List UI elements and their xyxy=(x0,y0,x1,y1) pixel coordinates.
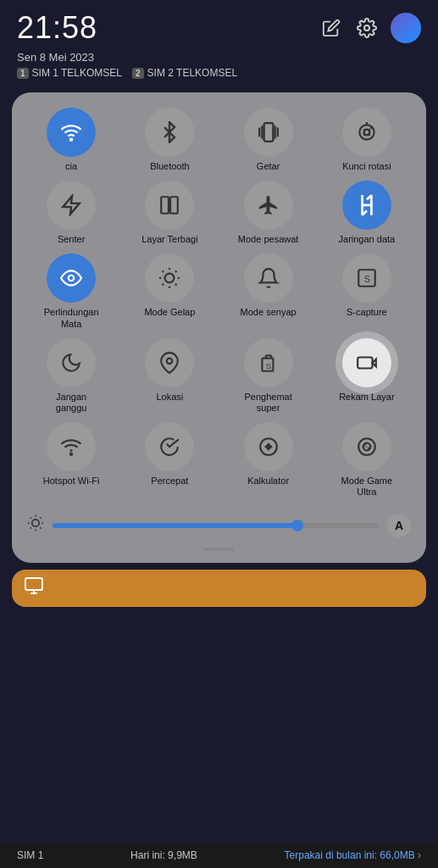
qs-item-flashlight: Senter xyxy=(25,181,117,245)
qs-item-calculator: Kalkulator xyxy=(223,422,314,498)
edit-icon[interactable] xyxy=(319,16,343,40)
qs-item-split: Layar Terbagi xyxy=(124,181,215,245)
qs-item-speed: Percepat xyxy=(124,422,215,498)
airplane-button[interactable] xyxy=(244,181,293,230)
silent-button[interactable] xyxy=(244,253,293,303)
darkmode-button[interactable] xyxy=(145,253,194,303)
svg-point-0 xyxy=(364,25,369,31)
svg-line-23 xyxy=(175,271,177,273)
qs-item-hotspot: Hotspot Wi-Fi xyxy=(25,422,117,498)
brightness-thumb xyxy=(291,520,303,531)
qs-item-airplane: Mode pesawat xyxy=(223,181,314,245)
sim1-badge: 1 SIM 1 TELKOMSEL xyxy=(17,67,122,79)
bottom-bar-icon xyxy=(24,576,44,601)
svg-rect-53 xyxy=(25,578,42,590)
brightness-icon xyxy=(27,515,44,536)
qs-item-powersave: S Penghemat super xyxy=(223,338,314,414)
svg-line-22 xyxy=(163,284,164,286)
qs-item-location: Lokasi xyxy=(124,338,215,414)
sim2-num: 2 xyxy=(132,68,144,79)
qs-item-bluetooth: Bluetooth xyxy=(124,108,215,172)
bottom-bar[interactable] xyxy=(12,570,426,607)
svg-text:S: S xyxy=(364,275,370,285)
svg-marker-11 xyxy=(63,196,80,214)
footer: SIM 1 Hari ini: 9,9MB Terpakai di bulan … xyxy=(0,843,438,868)
hotspot-label: Hotspot Wi-Fi xyxy=(43,476,100,487)
data-button[interactable] xyxy=(342,181,391,230)
wifi-label: cia xyxy=(65,161,77,172)
scapture-label: S-capture xyxy=(347,307,387,318)
hotspot-button[interactable] xyxy=(47,422,96,471)
eye-button[interactable] xyxy=(47,253,96,303)
screencap-label: Rekam Layar xyxy=(339,392,394,403)
svg-text:S: S xyxy=(265,360,271,370)
dnd-label: Jangan ganggu xyxy=(41,392,102,414)
qs-item-rotation: Kunci rotasi xyxy=(321,108,413,172)
calculator-button[interactable] xyxy=(244,422,293,471)
svg-line-18 xyxy=(163,271,164,273)
sim2-label: SIM 2 TELKOMSEL xyxy=(147,67,237,79)
svg-point-15 xyxy=(165,274,175,283)
settings-icon[interactable] xyxy=(355,16,379,40)
scapture-button[interactable]: S xyxy=(342,253,391,303)
powersave-button[interactable]: S xyxy=(244,338,293,387)
qs-item-screencap: Rekam Layar xyxy=(321,338,413,414)
calculator-label: Kalkulator xyxy=(247,476,289,487)
avatar[interactable] xyxy=(391,13,421,43)
svg-rect-10 xyxy=(364,130,370,136)
sim2-badge: 2 SIM 2 TELKOMSEL xyxy=(132,67,237,79)
flashlight-label: Senter xyxy=(58,234,85,245)
qs-grid: cia Bluetooth Getar xyxy=(25,108,413,498)
qs-item-silent: Mode senyap xyxy=(223,253,314,329)
vibrate-label: Getar xyxy=(257,161,280,172)
location-button[interactable] xyxy=(145,338,194,387)
gameboost-label: Mode Game Ultra xyxy=(336,476,397,498)
scroll-indicator xyxy=(204,548,235,551)
sim1-num: 1 xyxy=(17,68,29,79)
brightness-row: A xyxy=(25,510,413,541)
silent-label: Mode senyap xyxy=(241,307,297,318)
brightness-fill xyxy=(53,523,297,528)
powersave-label: Penghemat super xyxy=(238,392,299,414)
footer-today: Hari ini: 9,9MB xyxy=(130,849,197,861)
footer-monthly[interactable]: Terpakai di bulan ini: 66,0MB › xyxy=(285,849,421,861)
quick-settings-panel: cia Bluetooth Getar xyxy=(12,92,426,563)
svg-point-43 xyxy=(368,448,369,449)
status-bar: 21:58 xyxy=(0,0,438,49)
airplane-label: Mode pesawat xyxy=(238,234,299,245)
brightness-slider[interactable] xyxy=(53,523,379,528)
svg-line-47 xyxy=(30,518,31,519)
gameboost-button[interactable] xyxy=(342,422,391,471)
svg-point-33 xyxy=(70,453,72,455)
split-button[interactable] xyxy=(145,181,194,230)
qs-item-darkmode: Mode Gelap xyxy=(124,253,215,329)
data-label: Jaringan data xyxy=(339,234,396,245)
dnd-button[interactable] xyxy=(47,338,96,387)
auto-brightness-button[interactable]: A xyxy=(387,514,411,537)
wifi-button[interactable] xyxy=(47,108,96,157)
sim1-label: SIM 1 TELKOMSEL xyxy=(32,67,122,79)
svg-rect-13 xyxy=(170,197,178,214)
speed-label: Percepat xyxy=(151,476,188,487)
svg-rect-32 xyxy=(358,357,372,368)
rotation-label: Kunci rotasi xyxy=(342,161,391,172)
flashlight-button[interactable] xyxy=(47,181,96,230)
bluetooth-button[interactable] xyxy=(145,108,194,157)
svg-point-14 xyxy=(69,275,75,281)
qs-item-eye: Perlindungan Mata xyxy=(25,253,117,329)
rotation-button[interactable] xyxy=(342,108,391,157)
status-icons xyxy=(319,13,421,43)
speed-button[interactable] xyxy=(145,422,194,471)
sim-row: 1 SIM 1 TELKOMSEL 2 SIM 2 TELKOMSEL xyxy=(0,65,438,86)
svg-line-19 xyxy=(175,284,177,286)
qs-item-scapture: S S-capture xyxy=(321,253,413,329)
svg-point-26 xyxy=(167,358,173,364)
svg-point-44 xyxy=(32,520,39,526)
footer-sim: SIM 1 xyxy=(17,849,43,861)
bluetooth-label: Bluetooth xyxy=(150,161,189,172)
vibrate-button[interactable] xyxy=(244,108,293,157)
qs-item-wifi: cia xyxy=(25,108,117,172)
qs-item-gameboost: Mode Game Ultra xyxy=(321,422,413,498)
svg-rect-12 xyxy=(162,197,169,214)
screencap-button[interactable] xyxy=(342,338,391,387)
